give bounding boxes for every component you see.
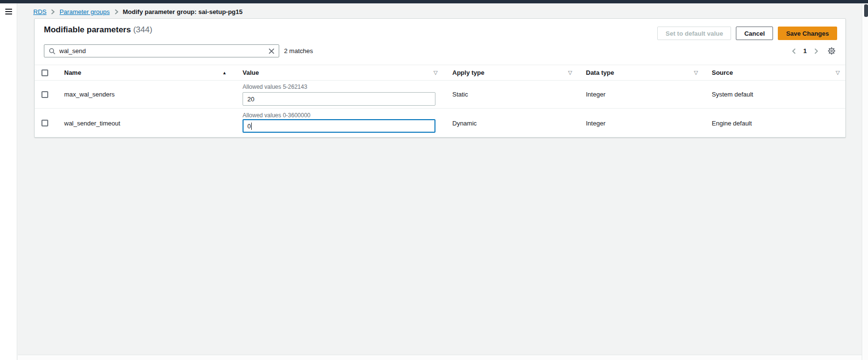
sortable-icon[interactable]: ▽ <box>836 69 845 76</box>
breadcrumb-parameter-groups-link[interactable]: Parameter groups <box>59 8 109 15</box>
parameter-search-box[interactable] <box>44 44 279 57</box>
text-cursor <box>251 123 252 130</box>
collapsed-side-navigation <box>0 3 17 360</box>
table-row: max_wal_senders Allowed values 5-262143 … <box>35 81 845 109</box>
previous-page-icon[interactable] <box>792 48 796 54</box>
preferences-gear-icon[interactable] <box>827 47 836 55</box>
value-input-focused[interactable]: 0 <box>243 119 435 133</box>
panel-actions: Set to default value Cancel Save Changes <box>657 27 837 40</box>
next-page-icon[interactable] <box>814 48 818 54</box>
console-top-bar <box>0 0 868 3</box>
row-checkbox[interactable] <box>41 91 48 98</box>
cancel-button[interactable]: Cancel <box>736 27 773 40</box>
scrollbar-thumb[interactable] <box>864 4 868 17</box>
source-value: System default <box>712 81 832 108</box>
row-checkbox[interactable] <box>41 120 48 126</box>
sortable-icon[interactable]: ▽ <box>434 69 443 76</box>
modifiable-parameters-panel: Modifiable parameters (344) Set to defau… <box>34 18 846 138</box>
column-header-value[interactable]: Value <box>243 65 445 80</box>
match-count: 2 matches <box>284 44 313 57</box>
menu-icon[interactable] <box>4 8 13 15</box>
data-type-value: Integer <box>586 109 690 138</box>
column-header-apply-type[interactable]: Apply type <box>452 65 563 80</box>
select-all-checkbox[interactable] <box>41 69 48 76</box>
value-input-text: 20 <box>247 96 254 103</box>
vertical-scrollbar[interactable] <box>862 3 868 360</box>
set-to-default-button[interactable]: Set to default value <box>657 27 731 40</box>
value-input[interactable]: 20 <box>243 92 435 106</box>
parameter-name: max_wal_senders <box>64 81 218 108</box>
value-input-text: 0 <box>247 123 251 130</box>
source-value: Engine default <box>712 109 832 138</box>
allowed-values-hint: Allowed values 0-3600000 <box>243 112 311 119</box>
column-header-name[interactable]: Name <box>64 65 218 80</box>
panel-title-text: Modifiable parameters <box>44 25 131 34</box>
apply-type-value: Static <box>452 81 563 108</box>
sortable-icon[interactable]: ▽ <box>694 69 704 76</box>
breadcrumb: RDS Parameter groups Modify parameter gr… <box>33 8 243 15</box>
rds-console-page: RDS Parameter groups Modify parameter gr… <box>0 0 868 360</box>
column-header-source[interactable]: Source <box>712 65 832 80</box>
allowed-values-hint: Allowed values 5-262143 <box>243 83 307 90</box>
clear-search-icon[interactable] <box>269 48 274 54</box>
save-changes-button[interactable]: Save Changes <box>778 27 837 40</box>
current-page-number[interactable]: 1 <box>803 47 807 55</box>
chevron-right-icon <box>114 9 119 14</box>
sortable-icon[interactable]: ▽ <box>568 69 578 76</box>
search-input[interactable] <box>59 47 264 55</box>
breadcrumb-current-page: Modify parameter group: sai-setup-pg15 <box>123 8 243 15</box>
sort-ascending-icon[interactable]: ▲ <box>222 70 227 75</box>
table-row: wal_sender_timeout Allowed values 0-3600… <box>35 109 845 138</box>
pagination: 1 <box>792 44 836 57</box>
apply-type-value: Dynamic <box>452 109 563 138</box>
breadcrumb-rds-link[interactable]: RDS <box>33 8 46 15</box>
chevron-right-icon <box>51 9 55 14</box>
parameter-name: wal_sender_timeout <box>64 109 218 138</box>
table-header-row: Name ▲ Value ▽ Apply type ▽ Data type ▽ … <box>35 65 845 81</box>
search-icon <box>49 48 55 55</box>
column-header-data-type[interactable]: Data type <box>586 65 690 80</box>
parameter-count: (344) <box>133 25 152 34</box>
horizontal-scrollbar[interactable] <box>18 355 862 360</box>
data-type-value: Integer <box>586 81 690 108</box>
panel-title: Modifiable parameters (344) <box>44 25 152 35</box>
